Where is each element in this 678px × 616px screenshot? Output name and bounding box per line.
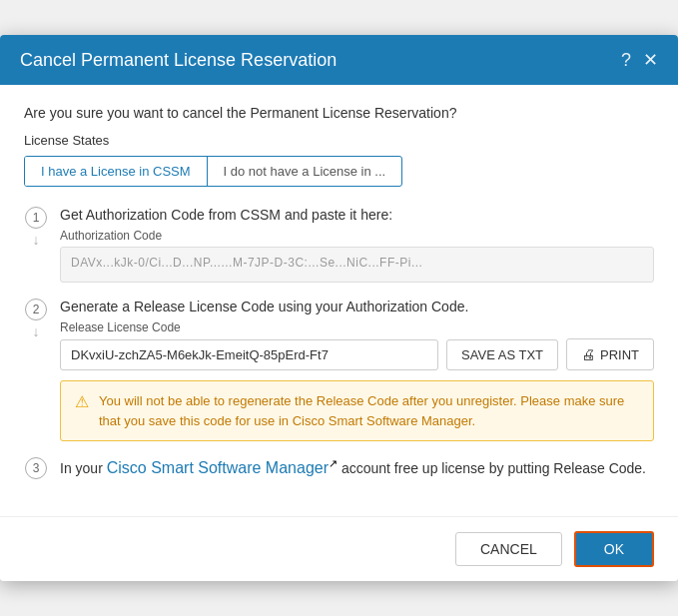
step-3-text-after: account free up license by putting Relea… [338, 461, 646, 477]
dialog-footer: CANCEL OK [0, 516, 678, 581]
step-2-content: Generate a Release License Code using yo… [60, 299, 654, 441]
help-icon[interactable]: ? [621, 50, 631, 71]
dialog-body: Are you sure you want to cancel the Perm… [0, 85, 678, 515]
step-1-content: Get Authorization Code from CSSM and pas… [60, 207, 654, 283]
step-2-description: Generate a Release License Code using yo… [60, 299, 654, 314]
auth-code-label: Authorization Code [60, 229, 654, 243]
cancel-button[interactable]: CANCEL [455, 532, 562, 566]
save-as-txt-button[interactable]: SAVE AS TXT [446, 339, 558, 370]
step-2-circle: 2 [25, 299, 47, 320]
cancel-plr-dialog: Cancel Permanent License Reservation ? ✕… [0, 35, 678, 580]
step-3: 3 In your Cisco Smart Software Manager↗ … [24, 457, 654, 479]
license-states-label: License States [24, 133, 654, 148]
step-2-arrow: ↓ [33, 323, 40, 339]
release-code-row: SAVE AS TXT 🖨 PRINT [60, 338, 654, 370]
step-3-circle: 3 [25, 457, 47, 479]
step-2-indicator: 2 ↓ [24, 299, 48, 339]
license-state-tabs: I have a License in CSSM I do not have a… [24, 156, 402, 187]
dialog-title: Cancel Permanent License Reservation [20, 50, 337, 71]
header-icons: ? ✕ [621, 49, 658, 71]
step-1-circle: 1 [25, 207, 47, 229]
step-3-indicator: 3 [24, 457, 48, 479]
confirm-text: Are you sure you want to cancel the Perm… [24, 105, 654, 121]
print-button[interactable]: 🖨 PRINT [566, 338, 654, 370]
auth-code-box: DAVx...kJk-0/Ci...D...NP......M-7JP-D-3C… [60, 247, 654, 283]
release-code-label: Release License Code [60, 320, 654, 334]
warning-box: ⚠ You will not be able to regenerate the… [60, 380, 654, 441]
step-3-content: In your Cisco Smart Software Manager↗ ac… [60, 457, 654, 479]
step-1: 1 ↓ Get Authorization Code from CSSM and… [24, 207, 654, 283]
step-1-arrow: ↓ [33, 232, 40, 248]
step-1-indicator: 1 ↓ [24, 207, 48, 248]
cssm-link[interactable]: Cisco Smart Software Manager [107, 460, 329, 477]
print-label: PRINT [600, 347, 639, 362]
step-2: 2 ↓ Generate a Release License Code usin… [24, 299, 654, 441]
ok-button[interactable]: OK [574, 531, 654, 567]
tab-no-cssm[interactable]: I do not have a License in ... [208, 157, 402, 186]
warning-icon: ⚠ [75, 392, 89, 411]
step-3-text-before: In your [60, 461, 107, 477]
step-1-description: Get Authorization Code from CSSM and pas… [60, 207, 654, 223]
external-link-icon: ↗ [329, 457, 338, 469]
release-code-input[interactable] [60, 339, 438, 370]
print-icon: 🖨 [581, 346, 595, 362]
warning-text: You will not be able to regenerate the R… [99, 391, 639, 430]
dialog-header: Cancel Permanent License Reservation ? ✕ [0, 35, 678, 85]
tab-has-cssm[interactable]: I have a License in CSSM [25, 157, 208, 186]
close-icon[interactable]: ✕ [643, 49, 658, 71]
